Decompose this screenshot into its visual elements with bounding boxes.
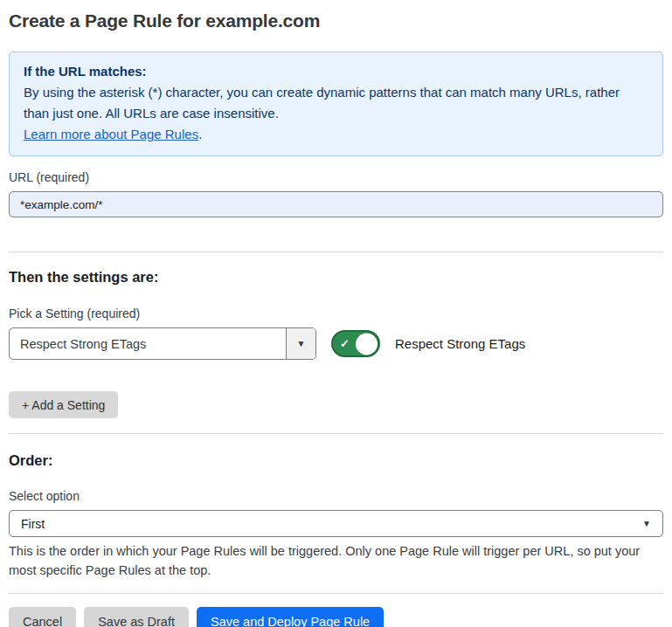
setting-select[interactable]: Respect Strong ETags ▼ xyxy=(9,327,316,360)
divider xyxy=(9,593,663,594)
learn-more-link[interactable]: Learn more about Page Rules xyxy=(24,127,198,141)
link-suffix: . xyxy=(198,127,202,141)
info-box-heading: If the URL matches: xyxy=(24,61,648,82)
info-box-link-line: Learn more about Page Rules. xyxy=(24,124,648,145)
divider xyxy=(9,433,663,434)
save-and-deploy-button[interactable]: Save and Deploy Page Rule xyxy=(197,607,384,627)
cancel-button[interactable]: Cancel xyxy=(9,607,76,627)
order-help-text: This is the order in which your Page Rul… xyxy=(9,542,663,580)
check-icon: ✓ xyxy=(340,337,350,350)
toggle-label: Respect Strong ETags xyxy=(395,336,525,351)
info-box-body: By using the asterisk (*) character, you… xyxy=(24,82,648,124)
create-page-rule-panel: Create a Page Rule for example.com If th… xyxy=(0,10,672,627)
settings-section-heading: Then the settings are: xyxy=(9,269,663,286)
pick-setting-label: Pick a Setting (required) xyxy=(9,307,663,320)
order-section-heading: Order: xyxy=(9,452,663,469)
page-title: Create a Page Rule for example.com xyxy=(9,10,663,31)
footer-actions: Cancel Save as Draft Save and Deploy Pag… xyxy=(9,607,663,627)
save-as-draft-button[interactable]: Save as Draft xyxy=(84,607,189,627)
chevron-down-icon: ▼ xyxy=(297,340,306,348)
url-input[interactable] xyxy=(9,191,663,217)
divider xyxy=(9,251,663,252)
setting-select-caret-button[interactable]: ▼ xyxy=(286,328,315,359)
order-select-label: Select option xyxy=(9,489,663,503)
order-select-value: First xyxy=(21,517,45,531)
add-setting-button[interactable]: + Add a Setting xyxy=(9,391,118,418)
url-field-label: URL (required) xyxy=(9,170,663,184)
order-select[interactable]: First ▼ xyxy=(9,510,663,537)
chevron-down-icon: ▼ xyxy=(642,520,651,528)
etags-toggle[interactable]: ✓ xyxy=(331,330,380,357)
url-matches-info-box: If the URL matches: By using the asteris… xyxy=(9,52,663,156)
setting-select-value: Respect Strong ETags xyxy=(10,328,286,359)
setting-row: Respect Strong ETags ▼ ✓ Respect Strong … xyxy=(9,327,663,360)
toggle-knob xyxy=(356,333,378,355)
